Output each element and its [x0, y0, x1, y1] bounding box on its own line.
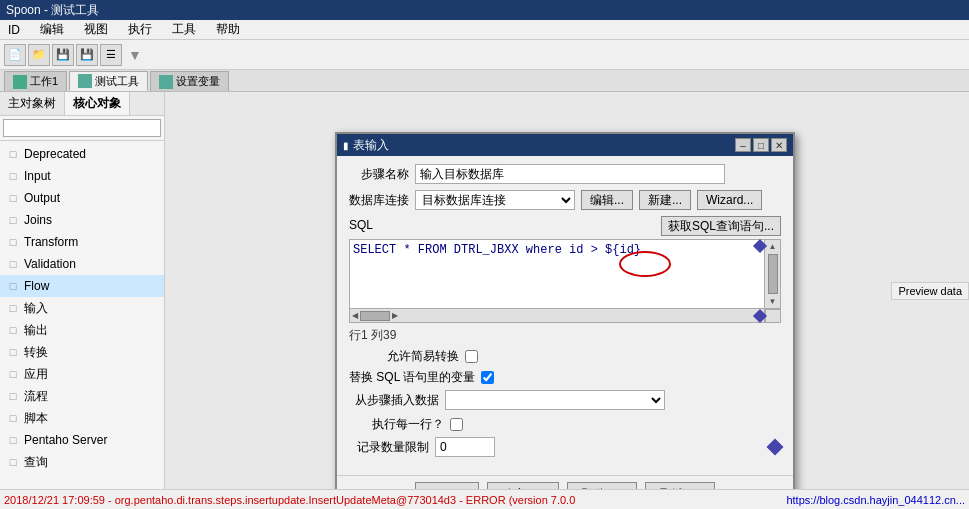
folder-icon: □ — [6, 301, 20, 315]
sql-header: SQL 获取SQL查询语句... — [349, 216, 781, 236]
menu-tools[interactable]: 工具 — [168, 20, 200, 39]
hscroll-thumb — [360, 311, 390, 321]
limit-row: 记录数量限制 — [349, 437, 781, 457]
sidebar-item-label: 查询 — [24, 454, 48, 471]
toolbar-open-btn[interactable]: 📁 — [28, 44, 50, 66]
replace-vars-checkbox[interactable] — [481, 371, 494, 384]
sidebar-item-label: 应用 — [24, 366, 48, 383]
sidebar-item-label: 流程 — [24, 388, 48, 405]
sidebar-tab-main[interactable]: 主对象树 — [0, 92, 65, 115]
folder-icon: □ — [6, 169, 20, 183]
db-conn-row: 数据库连接 目标数据库连接 编辑... 新建... Wizard... — [349, 190, 781, 210]
modal-minimize-btn[interactable]: – — [735, 138, 751, 152]
from-step-row: 从步骤插入数据 — [349, 390, 781, 410]
tab-work1[interactable]: 工作1 — [4, 71, 67, 91]
allow-lazy-checkbox[interactable] — [465, 350, 478, 363]
sql-scrollbar[interactable]: ▲ ▼ — [765, 239, 781, 309]
modal-title-text: ▮ 表输入 — [343, 137, 389, 154]
sidebar-item-apply[interactable]: □ 应用 — [0, 363, 164, 385]
from-step-select[interactable] — [445, 390, 665, 410]
folder-icon: □ — [6, 345, 20, 359]
exec-each-row-label: 执行每一行？ — [349, 416, 444, 433]
sidebar-item-output[interactable]: □ Output — [0, 187, 164, 209]
exec-each-row: 执行每一行？ — [349, 416, 781, 433]
menu-bar: ID 编辑 视图 执行 工具 帮助 — [0, 20, 969, 40]
sidebar-item-flow[interactable]: □ Flow — [0, 275, 164, 297]
tab-test-icon — [78, 74, 92, 88]
ok-btn[interactable]: 确定(O) — [487, 482, 558, 489]
main-content: 主对象树 核心对象 □ Deprecated □ Input □ Output — [0, 92, 969, 489]
menu-id[interactable]: ID — [4, 22, 24, 38]
sidebar-item-script[interactable]: □ 脚本 — [0, 407, 164, 429]
sidebar-list: □ Deprecated □ Input □ Output □ Joins □ — [0, 141, 164, 489]
db-conn-select[interactable]: 目标数据库连接 — [415, 190, 575, 210]
modal-footer: ? Help 确定(O) 预览(P) 取消(C) — [337, 475, 793, 489]
sql-section: SQL 获取SQL查询语句... ▲ ▼ — [349, 216, 781, 323]
sidebar-search-area — [0, 116, 164, 141]
sql-hscrollbar[interactable]: ◀ ▶ — [349, 309, 765, 323]
toolbar-new-btn[interactable]: 📄 — [4, 44, 26, 66]
wizard-conn-btn[interactable]: Wizard... — [697, 190, 762, 210]
replace-vars-row: 替换 SQL 语句里的变量 — [349, 369, 781, 386]
sidebar-item-transform[interactable]: □ Transform — [0, 231, 164, 253]
sidebar-item-label: Joins — [24, 213, 52, 227]
sidebar-item-label: Input — [24, 169, 51, 183]
help-btn[interactable]: ? Help — [415, 482, 480, 489]
sidebar-item-flow-cn[interactable]: □ 流程 — [0, 385, 164, 407]
sidebar-item-input-cn[interactable]: □ 输入 — [0, 297, 164, 319]
get-sql-btn[interactable]: 获取SQL查询语句... — [661, 216, 781, 236]
folder-icon: □ — [6, 147, 20, 161]
toolbar-layers-btn[interactable]: ☰ — [100, 44, 122, 66]
hscroll-right-icon[interactable]: ▶ — [392, 311, 398, 320]
menu-help[interactable]: 帮助 — [212, 20, 244, 39]
hscroll-left-icon[interactable]: ◀ — [352, 311, 358, 320]
sidebar-item-label: Flow — [24, 279, 49, 293]
sidebar-tabs: 主对象树 核心对象 — [0, 92, 164, 116]
tab-set-var[interactable]: 设置变量 — [150, 71, 229, 91]
menu-edit[interactable]: 编辑 — [36, 20, 68, 39]
preview-btn[interactable]: 预览(P) — [567, 482, 637, 489]
sidebar-item-deprecated[interactable]: □ Deprecated — [0, 143, 164, 165]
sidebar-item-transform-cn[interactable]: □ 转换 — [0, 341, 164, 363]
modal-close-btn[interactable]: ✕ — [771, 138, 787, 152]
sidebar-item-validation[interactable]: □ Validation — [0, 253, 164, 275]
sidebar-item-label: 输入 — [24, 300, 48, 317]
step-name-input[interactable] — [415, 164, 725, 184]
allow-lazy-label: 允许简易转换 — [349, 348, 459, 365]
sql-label: SQL — [349, 218, 373, 232]
db-conn-label: 数据库连接 — [349, 192, 409, 209]
sidebar-item-label: 脚本 — [24, 410, 48, 427]
sidebar-item-output-cn[interactable]: □ 输出 — [0, 319, 164, 341]
cancel-btn[interactable]: 取消(C) — [645, 482, 716, 489]
scroll-down-icon[interactable]: ▼ — [769, 297, 777, 306]
tab-work1-icon — [13, 75, 27, 89]
from-step-label: 从步骤插入数据 — [349, 392, 439, 409]
sidebar-search-input[interactable] — [3, 119, 161, 137]
limit-label: 记录数量限制 — [349, 439, 429, 456]
sidebar-tab-core[interactable]: 核心对象 — [65, 92, 130, 115]
toolbar-save-btn[interactable]: 💾 — [52, 44, 74, 66]
toolbar-saveas-btn[interactable]: 💾 — [76, 44, 98, 66]
sidebar-item-input[interactable]: □ Input — [0, 165, 164, 187]
menu-run[interactable]: 执行 — [124, 20, 156, 39]
sidebar-item-pentaho[interactable]: □ Pentaho Server — [0, 429, 164, 451]
modal-maximize-btn[interactable]: □ — [753, 138, 769, 152]
menu-view[interactable]: 视图 — [80, 20, 112, 39]
hscroll-corner — [765, 309, 781, 323]
app-window: Spoon - 测试工具 ID 编辑 视图 执行 工具 帮助 📄 📁 💾 💾 ☰… — [0, 0, 969, 509]
new-conn-btn[interactable]: 新建... — [639, 190, 691, 210]
folder-icon: □ — [6, 235, 20, 249]
limit-input[interactable] — [435, 437, 495, 457]
sql-editor[interactable] — [349, 239, 765, 309]
app-title: Spoon - 测试工具 — [6, 2, 99, 19]
tab-test-tool[interactable]: 测试工具 — [69, 71, 148, 91]
edit-conn-btn[interactable]: 编辑... — [581, 190, 633, 210]
sidebar-item-query[interactable]: □ 查询 — [0, 451, 164, 473]
toolbar: 📄 📁 💾 💾 ☰ ▼ — [0, 40, 969, 70]
scroll-up-icon[interactable]: ▲ — [769, 242, 777, 251]
sidebar-item-joins[interactable]: □ Joins — [0, 209, 164, 231]
limit-diamond-icon — [767, 439, 784, 456]
status-message: 2018/12/21 17:09:59 - org.pentaho.di.tra… — [4, 494, 575, 506]
toolbar-dropdown-icon[interactable]: ▼ — [128, 47, 142, 63]
exec-each-row-checkbox[interactable] — [450, 418, 463, 431]
